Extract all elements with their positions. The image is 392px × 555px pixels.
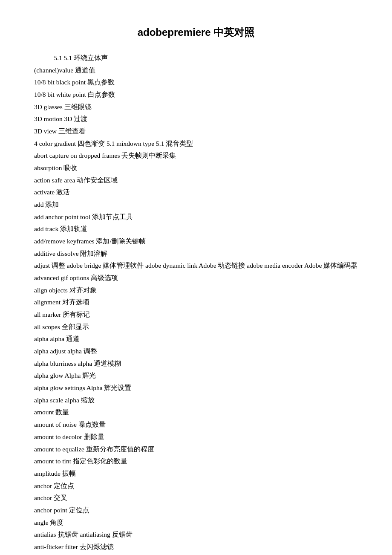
content-line: add/remove keyframes 添加/删除关键帧 [34, 235, 358, 248]
content-line: align objects 对齐对象 [34, 284, 358, 297]
content-line: anti-flicker filter 去闪烁滤镜 [34, 541, 358, 553]
content-line: alpha adjust alpha 调整 [34, 345, 358, 358]
page-title: adobepremiere 中英对照 [34, 26, 358, 39]
content-line: 3D view 三维查看 [34, 125, 358, 138]
content-line: anchor 交叉 [34, 492, 358, 504]
content-line: antialias 抗锯齿 antialiasing 反锯齿 [34, 529, 358, 541]
content-line: all marker 所有标记 [34, 309, 358, 321]
content-line: alpha scale alpha 缩放 [34, 394, 358, 407]
content-line: 10/8 bit black point 黑点参数 [34, 76, 358, 89]
content-body: 5.1 5.1 环绕立体声(channel)value 通道值10/8 bit … [34, 52, 358, 553]
content-line: amplitude 振幅 [34, 468, 358, 480]
content-line: amount to tint 指定色彩化的数量 [34, 455, 358, 468]
content-line: alignment 对齐选项 [34, 296, 358, 309]
content-line: 10/8 bit white point 白点参数 [34, 89, 358, 101]
content-line: 5.1 5.1 环绕立体声 [34, 52, 358, 64]
content-line: angle 角度 [34, 517, 358, 529]
content-line: amount to equalize 重新分布亮度值的程度 [34, 443, 358, 456]
content-line: 4 color gradient 四色渐变 5.1 mixdown type 5… [34, 138, 358, 150]
content-line: action safe area 动作安全区域 [34, 174, 358, 187]
content-line: (channel)value 通道值 [34, 64, 358, 77]
content-line: adjust 调整 adobe bridge 媒体管理软件 adobe dyna… [34, 260, 358, 284]
content-line: add track 添加轨道 [34, 223, 358, 235]
content-line: abort capture on dropped frames 丢失帧则中断采集 [34, 150, 358, 162]
content-line: activate 激活 [34, 186, 358, 199]
content-line: add anchor point tool 添加节点工具 [34, 211, 358, 223]
content-line: absorption 吸收 [34, 162, 358, 174]
content-line: 3D motion 3D 过渡 [34, 113, 358, 125]
content-line: alpha blurriness alpha 通道模糊 [34, 358, 358, 370]
content-line: amount to decolor 删除量 [34, 431, 358, 443]
content-line: additive dissolve 附加溶解 [34, 248, 358, 260]
content-line: amount of noise 噪点数量 [34, 419, 358, 431]
content-line: amount 数量 [34, 406, 358, 419]
content-line: 3D glasses 三维眼镜 [34, 101, 358, 113]
content-line: anchor 定位点 [34, 480, 358, 492]
content-line: all scopes 全部显示 [34, 321, 358, 333]
content-line: alpha glow settings Alpha 辉光设置 [34, 382, 358, 394]
content-line: alpha glow Alpha 辉光 [34, 370, 358, 382]
content-line: add 添加 [34, 199, 358, 211]
content-line: anchor point 定位点 [34, 504, 358, 517]
content-line: alpha alpha 通道 [34, 333, 358, 345]
